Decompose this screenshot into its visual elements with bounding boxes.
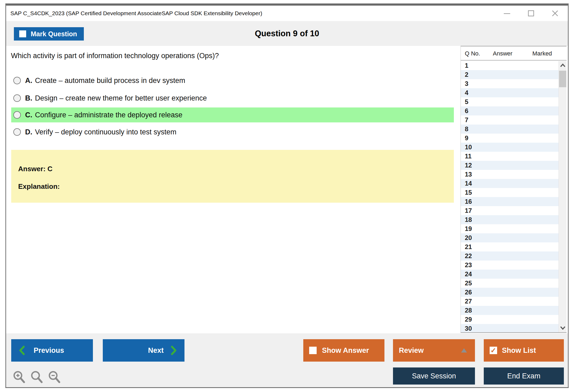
question-list-row[interactable]: 15 [461, 188, 567, 197]
answer-panel: Answer: C Explanation: [11, 150, 454, 203]
scroll-up-icon[interactable] [559, 62, 567, 70]
end-exam-label: End Exam [507, 372, 541, 380]
close-icon[interactable] [551, 9, 559, 18]
question-counter: Question 9 of 10 [6, 21, 568, 46]
question-list-row[interactable]: 10 [461, 143, 567, 152]
option-letter: C. [25, 111, 32, 119]
zoom-out-icon[interactable] [47, 370, 62, 386]
column-answer: Answer [493, 50, 512, 57]
question-list-row[interactable]: 8 [461, 125, 567, 134]
column-qno: Q No. [465, 50, 480, 57]
option-c-radio[interactable] [13, 111, 21, 119]
footer-bar: Previous Next Show Answer Review ✓ Show … [6, 333, 568, 387]
question-list-row[interactable]: 4 [461, 88, 567, 97]
question-list-row[interactable]: 30 [461, 324, 567, 332]
maximize-icon[interactable] [527, 9, 535, 18]
end-exam-button[interactable]: End Exam [484, 367, 564, 385]
question-list-row[interactable]: 26 [461, 288, 567, 297]
option-c-row-highlighted[interactable]: C. Configure – administrate the deployed… [11, 107, 454, 122]
question-list-row[interactable]: 5 [461, 97, 567, 106]
checkmark-icon: ✓ [490, 347, 496, 354]
save-session-label: Save Session [412, 372, 456, 380]
question-list-row[interactable]: 6 [461, 106, 567, 115]
window-title: SAP C_S4CDK_2023 (SAP Certified Developm… [6, 10, 262, 17]
option-a-row[interactable]: A. Create – automate build process in de… [11, 73, 454, 88]
question-area: Which activity is part of information te… [6, 46, 568, 333]
exam-window: SAP C_S4CDK_2023 (SAP Certified Developm… [5, 3, 569, 388]
question-list-row[interactable]: 13 [461, 170, 567, 179]
question-list-row[interactable]: 1 [461, 61, 567, 70]
option-letter: D. [25, 128, 32, 136]
question-list-scrollbar[interactable] [559, 61, 567, 332]
review-button[interactable]: Review [393, 339, 475, 362]
question-list-row[interactable]: 3 [461, 79, 567, 88]
question-list-row[interactable]: 28 [461, 306, 567, 315]
question-list-row[interactable]: 23 [461, 261, 567, 270]
column-marked: Marked [532, 50, 552, 57]
show-list-checkbox[interactable]: ✓ [490, 347, 497, 354]
option-b-radio[interactable] [13, 94, 21, 102]
option-d-radio[interactable] [13, 128, 21, 136]
zoom-toolbar [12, 370, 62, 386]
next-label: Next [148, 346, 164, 355]
option-b-row[interactable]: B. Design – create new theme for better … [11, 91, 454, 106]
triangle-up-icon [461, 348, 467, 353]
chevron-right-icon [171, 346, 177, 355]
question-list-row[interactable]: 20 [461, 233, 567, 242]
explanation-label: Explanation: [18, 182, 60, 191]
scroll-down-icon[interactable] [559, 324, 567, 332]
review-label: Review [399, 346, 424, 355]
save-session-button[interactable]: Save Session [393, 367, 475, 385]
option-text: Configure – administrate the deployed re… [35, 111, 182, 119]
title-bar: SAP C_S4CDK_2023 (SAP Certified Developm… [6, 6, 568, 21]
option-text: Design – create new theme for better use… [35, 94, 207, 102]
question-list-row[interactable]: 7 [461, 115, 567, 125]
question-list-row[interactable]: 24 [461, 270, 567, 279]
search-icon[interactable] [30, 370, 45, 386]
question-list-row[interactable]: 19 [461, 224, 567, 233]
option-text: Create – automate build process in dev s… [35, 77, 185, 85]
chevron-left-icon [19, 346, 25, 355]
option-a-radio[interactable] [13, 77, 21, 84]
show-answer-button[interactable]: Show Answer [303, 339, 384, 362]
question-list-row[interactable]: 14 [461, 179, 567, 188]
question-list-panel: Q No. Answer Marked 12345678910111213141… [461, 46, 567, 333]
show-list-label: Show List [502, 346, 536, 355]
option-letter: B. [25, 94, 32, 102]
question-list-row[interactable]: 17 [461, 206, 567, 215]
show-answer-checkbox[interactable] [309, 347, 317, 354]
scrollbar-thumb[interactable] [559, 71, 566, 87]
show-answer-label: Show Answer [322, 346, 369, 355]
previous-button[interactable]: Previous [11, 339, 93, 362]
question-list-row[interactable]: 9 [461, 134, 567, 143]
question-list-row[interactable]: 27 [461, 297, 567, 306]
previous-label: Previous [34, 346, 64, 355]
minimize-icon[interactable] [503, 9, 511, 18]
answer-value: Answer: C [18, 165, 53, 173]
option-text: Verify – deploy continuously into test s… [35, 128, 176, 136]
question-list-row[interactable]: 16 [461, 197, 567, 206]
question-list-row[interactable]: 11 [461, 152, 567, 161]
question-list-row[interactable]: 21 [461, 242, 567, 251]
question-list-row[interactable]: 22 [461, 251, 567, 261]
zoom-in-icon[interactable] [12, 370, 27, 386]
show-list-button[interactable]: ✓ Show List [484, 339, 564, 362]
question-list-row[interactable]: 12 [461, 161, 567, 170]
option-letter: A. [25, 77, 32, 85]
question-text: Which activity is part of information te… [11, 52, 219, 60]
question-list-row[interactable]: 2 [461, 70, 567, 79]
next-button[interactable]: Next [103, 339, 184, 362]
option-d-row[interactable]: D. Verify – deploy continuously into tes… [11, 125, 454, 139]
question-list-header: Q No. Answer Marked [461, 46, 567, 61]
question-list-row[interactable]: 18 [461, 215, 567, 224]
question-list-row[interactable]: 29 [461, 315, 567, 324]
question-list: 1234567891011121314151617181920212223242… [461, 61, 567, 332]
window-controls [503, 6, 559, 21]
header-band: Mark Question Question 9 of 10 [6, 21, 568, 46]
question-list-row[interactable]: 25 [461, 279, 567, 288]
